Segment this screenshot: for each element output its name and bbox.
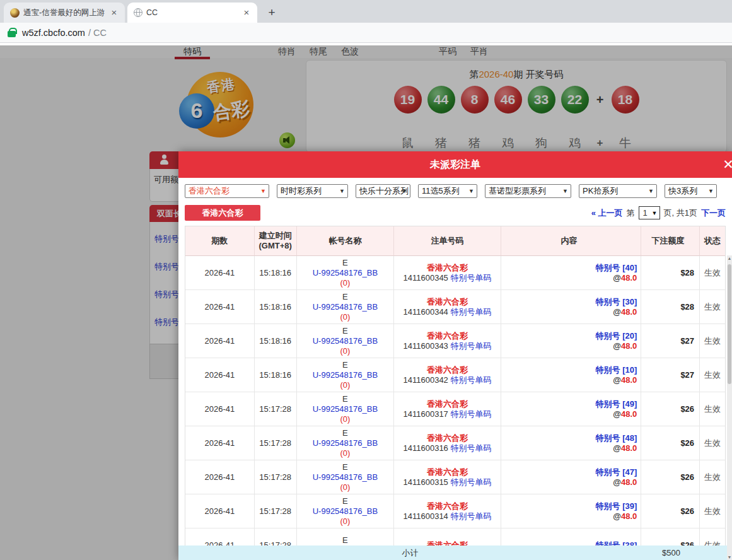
cell-ticket: 香港六合彩 1411600315 特别号单码: [394, 460, 501, 494]
odds-at: @: [613, 477, 621, 487]
address-bar[interactable]: w5zf.cbcfo.com / CC: [0, 23, 732, 43]
filter-select[interactable]: 快乐十分系列▼: [356, 184, 410, 198]
account-line1: E: [297, 535, 394, 545]
ticket-number: 1411600315: [404, 477, 448, 487]
table-row: 2026-41 15:17:28 E U-992548176_BB (0) 香港…: [185, 494, 725, 528]
filter-select[interactable]: 11选5系列▼: [418, 184, 477, 198]
filter-select[interactable]: 快3系列▼: [665, 184, 717, 198]
scrollbar-thumb[interactable]: [728, 264, 731, 384]
cell-account: E U-992548176_BB (0): [297, 460, 395, 494]
modal-body: 香港六合彩▼时时彩系列▼快乐十分系列▼11选5系列▼基诺型彩票系列▼PK拾系列▼…: [178, 178, 732, 560]
odds-value: 48.0: [621, 375, 637, 385]
bet-content-link[interactable]: 特别号 [48]: [501, 433, 637, 443]
table-row: 2026-41 15:17:28 E U-992548176_BB (0) 香港…: [185, 392, 725, 426]
modal-title: 未派彩注单: [178, 151, 732, 178]
cell-amount: $27: [641, 358, 700, 392]
new-tab-button[interactable]: +: [264, 4, 280, 21]
chevron-down-icon: ▼: [708, 185, 714, 198]
cell-status: 生效: [700, 324, 725, 358]
tab1-close-icon[interactable]: ×: [108, 7, 120, 18]
ticket-game-name: 香港六合彩: [394, 399, 501, 409]
ticket-type-link[interactable]: 特别号单码: [450, 511, 491, 521]
game-tab-button[interactable]: 香港六合彩: [185, 205, 260, 221]
browser-window: 通宝-信誉最好的网上游戏平 × CC × + w5zf.cbcfo.com / …: [0, 0, 732, 560]
ticket-game-name: 香港六合彩: [394, 433, 501, 443]
odds-value: 48.0: [621, 511, 637, 521]
chevron-down-icon: ▼: [468, 185, 474, 198]
ticket-type-link[interactable]: 特别号单码: [450, 273, 491, 283]
tab2-close-icon[interactable]: ×: [241, 7, 252, 18]
cell-time: 15:18:16: [255, 358, 297, 392]
cell-ticket: 香港六合彩 1411600317 特别号单码: [394, 392, 501, 426]
ticket-type-link[interactable]: 特别号单码: [450, 307, 491, 317]
account-link[interactable]: U-992548176_BB: [297, 438, 394, 448]
filter-select[interactable]: PK拾系列▼: [579, 184, 657, 198]
bet-content-link[interactable]: 特别号 [10]: [501, 365, 637, 375]
odds-at: @: [613, 443, 621, 453]
account-link[interactable]: U-992548176_BB: [297, 370, 394, 380]
table-row: 2026-41 15:18:16 E U-992548176_BB (0) 香港…: [185, 358, 725, 392]
odds-line: @48.0: [501, 443, 637, 453]
account-link[interactable]: U-992548176_BB: [297, 506, 394, 516]
cell-content: 特别号 [48] @48.0: [501, 426, 641, 460]
filter-select-value: 时时彩系列: [281, 186, 322, 195]
cell-period: 2026-41: [185, 256, 255, 290]
scroll-down-icon[interactable]: ▼: [727, 555, 732, 559]
ticket-number-line: 1411600342 特别号单码: [394, 375, 501, 385]
cell-period: 2026-41: [185, 494, 255, 528]
filter-select[interactable]: 香港六合彩▼: [185, 184, 269, 198]
bet-content-link[interactable]: 特别号 [40]: [501, 263, 637, 273]
account-line1: E: [297, 462, 394, 472]
account-line1: E: [297, 258, 394, 268]
filter-select-value: 11选5系列: [422, 186, 460, 195]
chevron-down-icon: ▼: [260, 185, 266, 198]
odds-line: @48.0: [501, 273, 637, 283]
table-header-cell: 内容: [501, 226, 641, 256]
modal-close-icon[interactable]: ✕: [721, 157, 732, 172]
odds-value: 48.0: [621, 273, 637, 283]
account-link[interactable]: U-992548176_BB: [297, 302, 394, 312]
bet-content-link[interactable]: 特别号 [49]: [501, 399, 637, 409]
bet-content-link[interactable]: 特别号 [39]: [501, 501, 637, 511]
scroll-up-icon[interactable]: ▲: [727, 256, 732, 260]
page-select[interactable]: 1▼: [639, 206, 660, 219]
account-link[interactable]: U-992548176_BB: [297, 336, 394, 346]
ticket-type-link[interactable]: 特别号单码: [450, 443, 491, 453]
ticket-type-link[interactable]: 特别号单码: [450, 375, 491, 385]
ticket-game-name: 香港六合彩: [394, 467, 501, 477]
prev-page-link[interactable]: « 上一页: [591, 207, 623, 219]
account-extra: (0): [297, 482, 394, 493]
filter-select-value: 基诺型彩票系列: [489, 186, 546, 195]
bet-content-link[interactable]: 特别号 [30]: [501, 297, 637, 307]
bet-content-link[interactable]: 特别号 [47]: [501, 467, 637, 477]
account-extra: (0): [297, 448, 394, 458]
table-header-cell: 建立时间 (GMT+8): [255, 226, 297, 256]
ticket-number-line: 1411600316 特别号单码: [394, 443, 501, 453]
browser-tab-1[interactable]: 通宝-信誉最好的网上游戏平 ×: [4, 3, 125, 23]
account-extra: (0): [297, 278, 394, 288]
filter-select[interactable]: 基诺型彩票系列▼: [485, 184, 571, 198]
url-path: / CC: [88, 28, 107, 38]
bet-content-link[interactable]: 特别号 [20]: [501, 331, 637, 341]
next-page-link[interactable]: 下一页: [701, 207, 726, 219]
account-link[interactable]: U-992548176_BB: [297, 472, 394, 482]
ticket-type-link[interactable]: 特别号单码: [450, 341, 491, 351]
tab2-title: CC: [146, 8, 237, 17]
table-body: 2026-41 15:18:16 E U-992548176_BB (0) 香港…: [185, 256, 725, 560]
ticket-number-line: 1411600315 特别号单码: [394, 477, 501, 487]
odds-line: @48.0: [501, 477, 637, 487]
table-row: 2026-41 15:18:16 E U-992548176_BB (0) 香港…: [185, 324, 725, 358]
ticket-type-link[interactable]: 特别号单码: [450, 477, 491, 487]
cell-time: 15:17:28: [255, 426, 297, 460]
account-link[interactable]: U-992548176_BB: [297, 268, 394, 278]
browser-tab-2[interactable]: CC ×: [127, 3, 257, 23]
ticket-type-link[interactable]: 特别号单码: [450, 409, 491, 419]
odds-line: @48.0: [501, 375, 637, 385]
table-scrollbar[interactable]: ▲ ▼: [727, 255, 732, 560]
cell-period: 2026-41: [185, 392, 255, 426]
ticket-number-line: 1411600343 特别号单码: [394, 341, 501, 351]
account-link[interactable]: U-992548176_BB: [297, 404, 394, 414]
filter-select[interactable]: 时时彩系列▼: [277, 184, 348, 198]
cell-account: E U-992548176_BB (0): [297, 256, 395, 290]
cell-time: 15:17:28: [255, 494, 297, 528]
